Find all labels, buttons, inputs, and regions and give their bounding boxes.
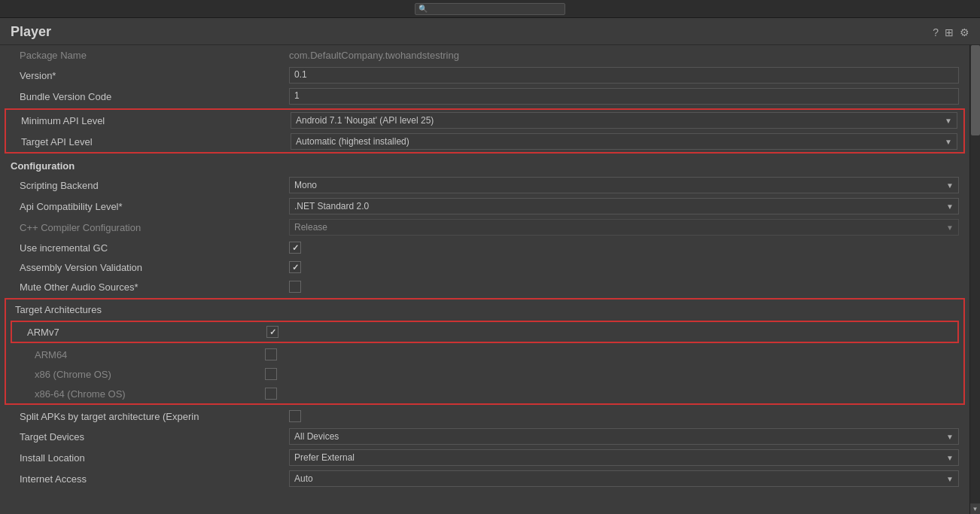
- install-location-dropdown[interactable]: Prefer External ▼: [289, 449, 959, 466]
- internet-access-label: Internet Access: [11, 473, 289, 485]
- incremental-gc-row: Use incremental GC: [0, 238, 969, 257]
- target-devices-label: Target Devices: [11, 431, 289, 443]
- target-api-select[interactable]: Automatic (highest installed) ▼: [291, 133, 957, 150]
- scrollbar-area: Package Name com.DefaultCompany.twohands…: [0, 45, 980, 514]
- api-level-group: Minimum API Level Android 7.1 'Nougat' (…: [5, 108, 965, 154]
- package-name-label: Package Name: [11, 50, 289, 61]
- target-arch-group: Target Architectures ARMv7 ARM64 x86 (: [5, 298, 965, 405]
- scripting-backend-select[interactable]: Mono ▼: [289, 177, 959, 193]
- api-compat-arrow: ▼: [946, 202, 954, 211]
- install-location-label: Install Location: [11, 452, 289, 464]
- page-title: Player: [11, 24, 51, 40]
- package-name-row: Package Name com.DefaultCompany.twohands…: [0, 45, 969, 65]
- install-location-select[interactable]: Prefer External ▼: [289, 449, 959, 466]
- arm64-label: ARM64: [17, 349, 265, 360]
- armv7-group: ARMv7: [11, 321, 959, 343]
- api-compat-label: Api Compatibility Level*: [11, 201, 289, 212]
- target-api-label: Target API Level: [12, 136, 291, 148]
- search-icon: 🔍: [418, 5, 428, 13]
- internet-access-row: Internet Access Auto ▼: [0, 468, 969, 489]
- target-devices-dropdown[interactable]: All Devices ▼: [289, 428, 959, 445]
- bundle-version-field[interactable]: 1: [289, 88, 959, 105]
- settings-icon[interactable]: ⚙: [960, 26, 969, 38]
- x86-label: x86 (Chrome OS): [17, 369, 265, 380]
- cpp-compiler-row: C++ Compiler Configuration Release ▼: [0, 217, 969, 238]
- target-devices-row: Target Devices All Devices ▼: [0, 426, 969, 447]
- internet-access-select[interactable]: Auto ▼: [289, 470, 959, 487]
- panel-header: Player ? ⊞ ⚙: [0, 18, 980, 45]
- scripting-backend-label: Scripting Backend: [11, 180, 289, 191]
- package-name-value: com.DefaultCompany.twohandstestring: [289, 50, 959, 61]
- split-apks-checkbox[interactable]: [289, 410, 301, 422]
- internet-access-dropdown[interactable]: Auto ▼: [289, 470, 959, 487]
- min-api-select[interactable]: Android 7.1 'Nougat' (API level 25) ▼: [291, 112, 957, 129]
- bundle-version-label: Bundle Version Code: [11, 91, 289, 102]
- version-row: Version* 0.1: [0, 65, 969, 86]
- api-compat-select[interactable]: .NET Standard 2.0 ▼: [289, 198, 959, 214]
- scripting-backend-arrow: ▼: [946, 181, 954, 190]
- min-api-arrow: ▼: [945, 117, 952, 125]
- arm64-row: ARM64: [6, 345, 963, 364]
- x86-64-label: x86-64 (Chrome OS): [17, 388, 265, 400]
- header-icons: ? ⊞ ⚙: [933, 26, 969, 38]
- assembly-version-checkbox[interactable]: [289, 261, 301, 273]
- assembly-version-row: Assembly Version Validation: [0, 257, 969, 277]
- armv7-row: ARMv7: [12, 322, 957, 342]
- bundle-version-input[interactable]: 1: [289, 88, 959, 105]
- arm64-checkbox[interactable]: [265, 348, 277, 360]
- help-icon[interactable]: ?: [933, 26, 939, 38]
- mute-audio-checkbox[interactable]: [289, 281, 301, 293]
- player-panel: Player ? ⊞ ⚙ Package Name com.DefaultCom…: [0, 18, 980, 514]
- target-api-arrow: ▼: [945, 138, 952, 146]
- bundle-version-row: Bundle Version Code 1: [0, 86, 969, 107]
- scripting-backend-row: Scripting Backend Mono ▼: [0, 175, 969, 196]
- mute-audio-label: Mute Other Audio Sources*: [11, 281, 289, 293]
- layout-icon[interactable]: ⊞: [945, 26, 954, 38]
- assembly-version-label: Assembly Version Validation: [11, 262, 289, 273]
- cpp-compiler-select: Release ▼: [289, 219, 959, 236]
- target-arch-label: Target Architectures: [15, 304, 294, 315]
- cpp-compiler-dropdown: Release ▼: [289, 219, 959, 236]
- min-api-label: Minimum API Level: [12, 115, 291, 126]
- cpp-compiler-label: C++ Compiler Configuration: [11, 222, 289, 233]
- target-devices-select[interactable]: All Devices ▼: [289, 428, 959, 445]
- scrollbar-down-arrow[interactable]: ▼: [970, 503, 980, 514]
- api-compat-dropdown[interactable]: .NET Standard 2.0 ▼: [289, 198, 959, 214]
- target-api-row: Target API Level Automatic (highest inst…: [6, 131, 963, 152]
- mute-audio-row: Mute Other Audio Sources*: [0, 277, 969, 297]
- scrollbar-thumb[interactable]: [971, 45, 980, 135]
- content-area: Package Name com.DefaultCompany.twohands…: [0, 45, 969, 514]
- split-apks-label: Split APKs by target architecture (Exper…: [11, 411, 289, 422]
- install-location-row: Install Location Prefer External ▼: [0, 447, 969, 468]
- armv7-label: ARMv7: [18, 327, 266, 338]
- cpp-compiler-arrow: ▼: [946, 224, 954, 232]
- x86-64-row: x86-64 (Chrome OS): [6, 384, 963, 403]
- armv7-checkbox[interactable]: [266, 326, 278, 338]
- scripting-backend-dropdown[interactable]: Mono ▼: [289, 177, 959, 193]
- install-location-arrow: ▼: [946, 454, 954, 462]
- x86-row: x86 (Chrome OS): [6, 364, 963, 384]
- version-field[interactable]: 0.1: [289, 67, 959, 84]
- incremental-gc-label: Use incremental GC: [11, 242, 289, 254]
- target-arch-header-row: Target Architectures: [6, 300, 963, 319]
- scrollbar[interactable]: ▼: [969, 45, 980, 514]
- incremental-gc-checkbox[interactable]: [289, 242, 301, 254]
- min-api-dropdown[interactable]: Android 7.1 'Nougat' (API level 25) ▼: [291, 112, 957, 129]
- search-box[interactable]: 🔍: [415, 3, 565, 15]
- min-api-row: Minimum API Level Android 7.1 'Nougat' (…: [6, 110, 963, 131]
- configuration-label: Configuration: [11, 160, 289, 172]
- version-label: Version*: [11, 70, 289, 81]
- search-input[interactable]: [431, 5, 562, 14]
- internet-access-arrow: ▼: [946, 475, 954, 483]
- x86-64-checkbox[interactable]: [265, 388, 277, 400]
- target-api-dropdown[interactable]: Automatic (highest installed) ▼: [291, 133, 957, 150]
- configuration-header-row: Configuration: [0, 155, 969, 175]
- api-compat-row: Api Compatibility Level* .NET Standard 2…: [0, 196, 969, 217]
- target-devices-arrow: ▼: [946, 433, 954, 441]
- version-input[interactable]: 0.1: [289, 67, 959, 84]
- x86-checkbox[interactable]: [265, 368, 277, 380]
- split-apks-row: Split APKs by target architecture (Exper…: [0, 406, 969, 426]
